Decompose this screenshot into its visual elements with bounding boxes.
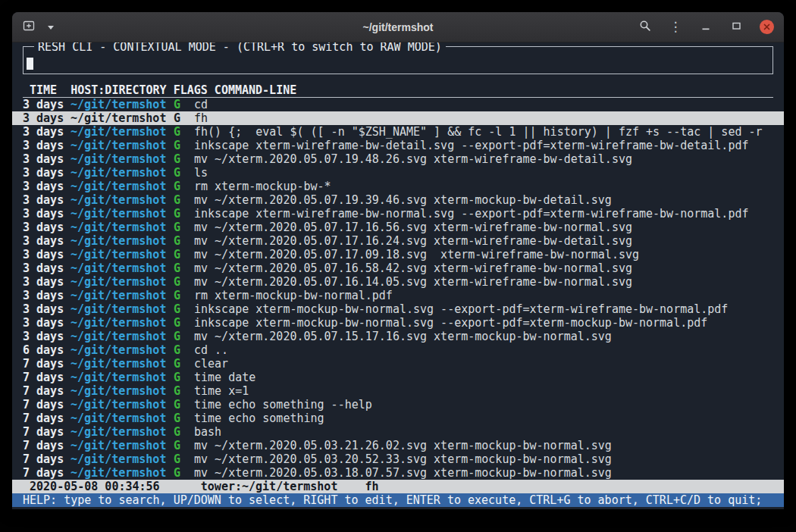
search-button[interactable] bbox=[635, 17, 655, 37]
history-header: TIME HOST:DIRECTORY FLAGS COMMAND-LINE bbox=[23, 83, 773, 98]
desktop-background: ~/git/termshot ⋮ bbox=[0, 0, 796, 532]
row-host-directory: ~/git/termshot bbox=[71, 139, 174, 152]
row-flags: G bbox=[174, 139, 194, 152]
row-host-directory: ~/git/termshot bbox=[71, 234, 174, 248]
search-input[interactable]: RESH CLI - CONTEXTUAL MODE - (CTRL+R to … bbox=[23, 46, 773, 74]
row-command: bash bbox=[194, 425, 221, 439]
row-time: 7 days bbox=[23, 398, 71, 412]
minimize-button[interactable] bbox=[696, 17, 716, 37]
row-command: cd bbox=[194, 98, 208, 111]
history-row[interactable]: 7 days~/git/termshotGtime echo something bbox=[12, 412, 784, 425]
row-host-directory: ~/git/termshot bbox=[71, 466, 174, 480]
row-time: 3 days bbox=[23, 180, 71, 193]
row-command: fh() {; eval $( ([ -n "$ZSH_NAME" ] && f… bbox=[194, 125, 763, 139]
minimize-icon bbox=[701, 20, 710, 33]
tab-dropdown-button[interactable] bbox=[41, 17, 61, 37]
history-row[interactable]: 7 days~/git/termshotGmv ~/xterm.2020.05.… bbox=[12, 452, 784, 466]
row-time: 3 days bbox=[23, 98, 71, 111]
row-host-directory: ~/git/termshot bbox=[71, 371, 174, 384]
row-time: 3 days bbox=[23, 316, 71, 330]
menu-button[interactable]: ⋮ bbox=[666, 17, 685, 37]
row-time: 7 days bbox=[23, 466, 71, 480]
row-flags: G bbox=[174, 330, 194, 343]
titlebar[interactable]: ~/git/termshot ⋮ bbox=[12, 12, 784, 42]
history-row[interactable]: 7 days~/git/termshotGtime echo something… bbox=[12, 398, 784, 412]
row-command: mv ~/xterm.2020.05.07.19.39.46.svg xterm… bbox=[194, 193, 612, 207]
history-row[interactable]: 3 days~/git/termshotGmv ~/xterm.2020.05.… bbox=[12, 275, 784, 289]
row-command: inkscape xterm-mockup-bw-normal.svg --ex… bbox=[194, 316, 707, 330]
row-command: time echo something --help bbox=[194, 398, 372, 412]
history-row[interactable]: 3 days~/git/termshotGinkscape xterm-wire… bbox=[12, 207, 784, 221]
history-row[interactable]: 3 days~/git/termshotGmv ~/xterm.2020.05.… bbox=[12, 221, 784, 234]
row-flags: G bbox=[174, 98, 194, 111]
status-bar: 2020-05-08 00:34:56 tower:~/git/termshot… bbox=[12, 480, 784, 493]
row-command: ls bbox=[194, 166, 208, 180]
row-flags: G bbox=[174, 207, 194, 221]
history-row[interactable]: 3 days~/git/termshotGmv ~/xterm.2020.05.… bbox=[12, 193, 784, 207]
row-flags: G bbox=[174, 302, 194, 316]
history-row[interactable]: 3 days~/git/termshotGmv ~/xterm.2020.05.… bbox=[12, 330, 784, 343]
history-row[interactable]: 7 days~/git/termshotGclear bbox=[12, 357, 784, 371]
row-time: 3 days bbox=[23, 289, 71, 302]
history-row[interactable]: 7 days~/git/termshotGtime x=1 bbox=[12, 384, 784, 398]
row-command: mv ~/xterm.2020.05.07.17.09.18.svg xterm… bbox=[194, 248, 639, 261]
history-row[interactable]: 3 days~/git/termshotGrm xterm-mockup-bw-… bbox=[12, 289, 784, 302]
titlebar-left-group bbox=[20, 17, 61, 37]
chevron-down-icon bbox=[47, 21, 55, 33]
row-host-directory: ~/git/termshot bbox=[71, 289, 174, 302]
history-row[interactable]: 7 days~/git/termshotGmv ~/xterm.2020.05.… bbox=[12, 466, 784, 480]
history-row[interactable]: 3 days~/git/termshotGinkscape xterm-mock… bbox=[12, 302, 784, 316]
history-row[interactable]: 3 days~/git/termshotGmv ~/xterm.2020.05.… bbox=[12, 152, 784, 166]
history-row[interactable]: 3 days~/git/termshotGmv ~/xterm.2020.05.… bbox=[12, 261, 784, 275]
row-time: 7 days bbox=[23, 357, 71, 371]
row-command: inkscape xterm-wireframe-bw-normal.svg -… bbox=[194, 207, 749, 221]
history-list: 3 days~/git/termshotGcd3 days~/git/terms… bbox=[12, 98, 784, 480]
row-command: cd .. bbox=[194, 343, 228, 357]
history-row[interactable]: 3 days~/git/termshotGinkscape xterm-wire… bbox=[12, 139, 784, 152]
history-row[interactable]: 3 days~/git/termshotGfh() {; eval $( ([ … bbox=[12, 125, 784, 139]
row-host-directory: ~/git/termshot bbox=[71, 98, 174, 111]
history-row-selected[interactable]: 3 days~/git/termshotGfh bbox=[12, 111, 784, 125]
history-row[interactable]: 7 days~/git/termshotGbash bbox=[12, 425, 784, 439]
row-host-directory: ~/git/termshot bbox=[71, 166, 174, 180]
row-host-directory: ~/git/termshot bbox=[71, 275, 174, 289]
row-time: 3 days bbox=[23, 139, 71, 152]
history-row[interactable]: 7 days~/git/termshotGmv ~/xterm.2020.05.… bbox=[12, 439, 784, 452]
history-row[interactable]: 3 days~/git/termshotGmv ~/xterm.2020.05.… bbox=[12, 248, 784, 261]
history-row[interactable]: 6 days~/git/termshotGcd .. bbox=[12, 343, 784, 357]
history-row[interactable]: 3 days~/git/termshotGls bbox=[12, 166, 784, 180]
row-time: 7 days bbox=[23, 384, 71, 398]
row-time: 7 days bbox=[23, 425, 71, 439]
history-row[interactable]: 7 days~/git/termshotGtime date bbox=[12, 371, 784, 384]
row-time: 3 days bbox=[23, 221, 71, 234]
row-command: mv ~/xterm.2020.05.03.21.26.02.svg xterm… bbox=[194, 439, 612, 452]
row-time: 3 days bbox=[23, 234, 71, 248]
history-row[interactable]: 3 days~/git/termshotGrm xterm-mockup-bw-… bbox=[12, 180, 784, 193]
row-flags: G bbox=[174, 166, 194, 180]
new-tab-button[interactable] bbox=[20, 17, 39, 37]
row-flags: G bbox=[174, 412, 194, 425]
row-time: 3 days bbox=[23, 166, 71, 180]
row-time: 7 days bbox=[23, 371, 71, 384]
row-time: 3 days bbox=[23, 125, 71, 139]
row-flags: G bbox=[174, 221, 194, 234]
row-command: mv ~/xterm.2020.05.03.18.07.57.svg xterm… bbox=[194, 466, 612, 480]
restore-button[interactable] bbox=[726, 17, 746, 37]
row-host-directory: ~/git/termshot bbox=[71, 152, 174, 166]
history-row[interactable]: 3 days~/git/termshotGinkscape xterm-mock… bbox=[12, 316, 784, 330]
row-command: mv ~/xterm.2020.05.07.15.17.16.svg xterm… bbox=[194, 330, 612, 343]
row-flags: G bbox=[174, 343, 194, 357]
history-row[interactable]: 3 days~/git/termshotGmv ~/xterm.2020.05.… bbox=[12, 234, 784, 248]
row-flags: G bbox=[174, 439, 194, 452]
text-cursor bbox=[27, 58, 33, 70]
history-row[interactable]: 3 days~/git/termshotGcd bbox=[12, 98, 784, 111]
row-host-directory: ~/git/termshot bbox=[71, 111, 174, 125]
row-time: 3 days bbox=[23, 193, 71, 207]
row-flags: G bbox=[174, 261, 194, 275]
terminal-content[interactable]: RESH CLI - CONTEXTUAL MODE - (CTRL+R to … bbox=[12, 42, 784, 509]
row-time: 3 days bbox=[23, 330, 71, 343]
close-button[interactable] bbox=[757, 17, 776, 37]
row-command: fh bbox=[194, 111, 208, 125]
row-host-directory: ~/git/termshot bbox=[71, 180, 174, 193]
row-host-directory: ~/git/termshot bbox=[71, 261, 174, 275]
